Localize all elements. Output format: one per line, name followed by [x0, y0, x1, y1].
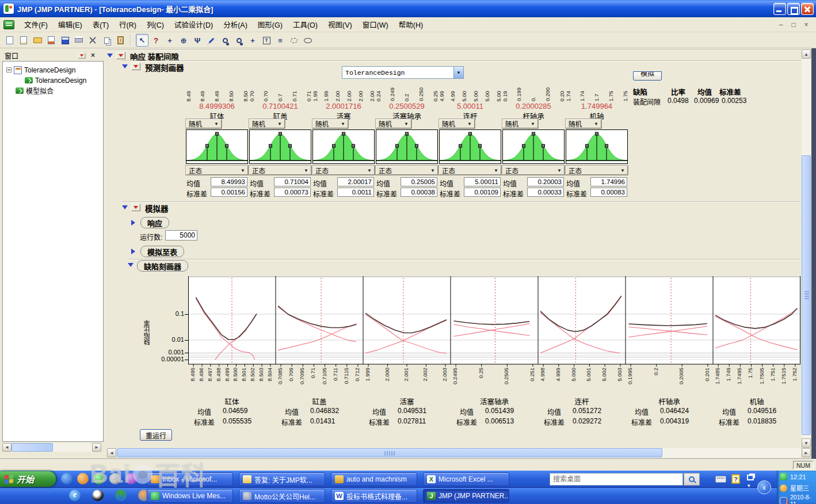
tree-item-ToleranceDesign[interactable]: ToleranceDesign: [25, 75, 86, 85]
quick-launch-icon-2[interactable]: [77, 473, 89, 484]
task-button-投标书格式科理备...[interactable]: W投标书格式科理备...: [331, 489, 417, 503]
tray-clock-time[interactable]: 12:21: [790, 474, 806, 480]
distribution-select-杆轴承[interactable]: 正态▼: [502, 166, 565, 175]
sd-input-活塞[interactable]: 0.0011: [337, 188, 374, 197]
main-vscroll-down-button[interactable]: ▼: [802, 438, 811, 448]
task-button-Windows Live Mes...[interactable]: Windows Live Mes...: [147, 489, 233, 503]
menu-item-9[interactable]: 工具(O): [288, 18, 323, 31]
main-hscroll-right-button[interactable]: ►: [802, 448, 811, 457]
menu-item-1[interactable]: 文件(F): [19, 18, 53, 31]
outline-response-disclosure-icon[interactable]: [107, 54, 113, 58]
distribution-plot-杆轴承[interactable]: [502, 129, 565, 164]
plus-tool-icon[interactable]: +: [246, 34, 259, 47]
user-status-icon[interactable]: [780, 473, 787, 480]
run-script-icon[interactable]: [45, 34, 58, 47]
zoom-out-tool-icon[interactable]: [219, 34, 231, 47]
distribution-select-机轴[interactable]: 正态▼: [566, 166, 628, 175]
quick-launch-icon-3[interactable]: [93, 473, 105, 484]
distribution-select-缸盖[interactable]: 正态▼: [249, 166, 311, 175]
sampling-select-缸盖[interactable]: 随机▼: [249, 119, 285, 128]
task-button-Inbox - Microsof...[interactable]: Inbox - Microsof...: [147, 472, 233, 486]
help-tray-icon[interactable]: ?: [731, 474, 740, 484]
oval-tool-icon[interactable]: [302, 34, 314, 47]
task-button-答复: 关于JMP软...[interactable]: 答复: 关于JMP软...: [239, 472, 325, 486]
menu-item-2[interactable]: 编辑(E): [53, 18, 87, 31]
distribution-select-缸体[interactable]: 正态▼: [186, 166, 248, 175]
mdi-close-button[interactable]: ×: [801, 20, 811, 29]
mean-input-机轴[interactable]: 1.74996: [590, 177, 627, 186]
distribution-plot-活塞轴承[interactable]: [376, 129, 438, 164]
sampling-select-机轴[interactable]: 随机▼: [566, 119, 601, 128]
mean-input-缸体[interactable]: 8.49993: [211, 177, 247, 186]
start-button[interactable]: 开始: [0, 471, 56, 487]
sampling-select-活塞[interactable]: 随机▼: [312, 119, 348, 128]
tree-expander-icon[interactable]: [6, 67, 12, 72]
hand-tool-icon[interactable]: Ψ: [191, 34, 204, 47]
brush-tool-icon[interactable]: [205, 34, 218, 47]
tray-clock-day[interactable]: 星期三: [790, 483, 809, 492]
sidebar-scroll-thumb[interactable]: [12, 443, 53, 452]
print-icon[interactable]: [73, 34, 85, 47]
keyboard-tray-icon[interactable]: [715, 476, 726, 483]
desktop-search-input[interactable]: [550, 473, 683, 486]
new-document-icon[interactable]: [3, 34, 16, 47]
sd-input-杆轴承[interactable]: 0.00033: [527, 188, 564, 197]
ie-icon[interactable]: e: [69, 490, 81, 501]
tray-clock-date[interactable]: 2010-8-11: [790, 494, 816, 504]
sidebar-scroll-right-button[interactable]: ►: [92, 443, 101, 452]
chevron-down-icon[interactable]: ▾: [748, 483, 750, 488]
lines-tool-icon[interactable]: ≡: [274, 34, 287, 47]
tray-collapse-icon[interactable]: ‹: [757, 480, 771, 494]
sidebar-scroll-left-button[interactable]: ◄: [2, 443, 12, 452]
panel-close-icon[interactable]: ×: [91, 51, 95, 59]
new-journal-icon[interactable]: [17, 34, 30, 47]
menu-item-12[interactable]: 帮助(H): [394, 18, 428, 31]
search-input[interactable]: [553, 475, 682, 483]
outline-defect-profiler-disclosure-icon[interactable]: [128, 263, 134, 267]
outline-prediction-profiler-menu-icon[interactable]: [131, 63, 140, 70]
mean-input-连杆[interactable]: 5.00011: [464, 177, 501, 186]
menu-item-10[interactable]: 视图(V): [323, 18, 357, 31]
outline-response-menu-icon[interactable]: [116, 52, 125, 59]
sd-input-机轴[interactable]: 0.00083: [590, 188, 627, 197]
distribution-plot-活塞[interactable]: [312, 129, 375, 164]
main-hscroll-left-button[interactable]: ◄: [107, 448, 116, 457]
mdi-minimize-button[interactable]: –: [776, 20, 786, 29]
quick-launch-icon-4[interactable]: [109, 473, 121, 484]
quick-launch-icon-5[interactable]: [125, 473, 137, 484]
save-icon[interactable]: [59, 34, 71, 47]
menu-item-5[interactable]: 列(C): [142, 18, 169, 31]
minimize-button[interactable]: [773, 3, 786, 15]
panel-menu-icon[interactable]: [78, 52, 86, 58]
outline-responses-title[interactable]: 响应: [140, 217, 169, 228]
zoom-in-tool-icon[interactable]: [232, 34, 245, 47]
menu-item-3[interactable]: 表(T): [87, 18, 114, 31]
text-tool-icon[interactable]: T: [260, 34, 273, 47]
close-button[interactable]: [801, 3, 814, 15]
runs-input[interactable]: 5000: [165, 230, 197, 240]
task-button-auto and machnism[interactable]: auto and machnism: [331, 472, 417, 486]
distribution-select-活塞轴承[interactable]: 正态▼: [376, 166, 438, 175]
outline-simulator-menu-icon[interactable]: [131, 204, 140, 211]
outline-defect-profiler-title[interactable]: 缺陷刻画器: [137, 260, 188, 272]
restore-button[interactable]: [787, 3, 800, 15]
main-vscroll-up-button[interactable]: ▲: [802, 49, 811, 59]
main-vscroll-thumb[interactable]: [802, 155, 811, 435]
pointer-tool-icon[interactable]: ↖: [136, 34, 148, 47]
qq-icon[interactable]: [92, 490, 104, 501]
tree-item-模型拟合[interactable]: 模型拟合: [16, 86, 54, 96]
task-button-JMP (JMP PARTNER...[interactable]: JJMP (JMP PARTNER...: [423, 489, 509, 503]
menu-item-4[interactable]: 行(R): [114, 18, 142, 31]
journal-icon[interactable]: [3, 20, 14, 29]
menu-item-8[interactable]: 图形(G): [253, 18, 288, 31]
mean-input-活塞轴承[interactable]: 0.25005: [401, 177, 437, 186]
lasso-tool-icon[interactable]: [288, 34, 300, 47]
open-icon[interactable]: [31, 34, 44, 47]
copy-icon[interactable]: [100, 34, 113, 47]
msn-icon[interactable]: [115, 490, 127, 501]
menu-item-11[interactable]: 窗口(W): [357, 18, 394, 31]
outline-simulate-to-table-disclosure-icon[interactable]: [131, 249, 135, 254]
sampling-select-连杆[interactable]: 随机▼: [439, 119, 475, 128]
task-button-Motto公关公司Hel...[interactable]: Motto公关公司Hel...: [239, 489, 325, 503]
defect-profiler-chart[interactable]: [188, 276, 800, 368]
